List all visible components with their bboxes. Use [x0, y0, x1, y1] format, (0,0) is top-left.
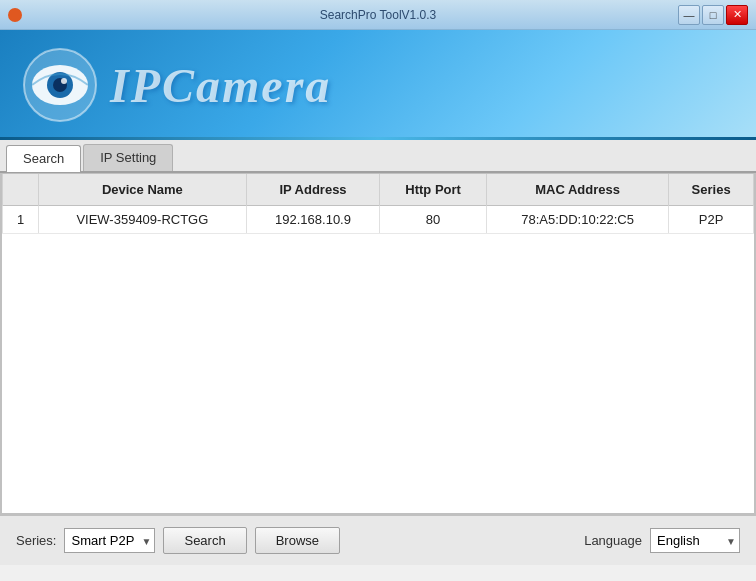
tab-ip-setting[interactable]: IP Setting [83, 144, 173, 171]
title-controls: — □ ✕ [678, 5, 748, 25]
browse-button[interactable]: Browse [255, 527, 340, 554]
language-label: Language [584, 533, 642, 548]
language-select[interactable]: EnglishChinese [650, 528, 740, 553]
main-content: Device Name IP Address Http Port MAC Add… [0, 173, 756, 515]
footer-left: Series: Smart P2PP2POther ▼ Search Brows… [16, 527, 340, 554]
col-device-name: Device Name [39, 174, 247, 206]
cell-http_port: 80 [380, 206, 487, 234]
table-header-row: Device Name IP Address Http Port MAC Add… [3, 174, 754, 206]
table-row[interactable]: 1VIEW-359409-RCTGG192.168.10.98078:A5:DD… [3, 206, 754, 234]
col-index [3, 174, 39, 206]
footer: Series: Smart P2PP2POther ▼ Search Brows… [0, 515, 756, 565]
app-icon [8, 8, 22, 22]
close-button[interactable]: ✕ [726, 5, 748, 25]
tab-search[interactable]: Search [6, 145, 81, 172]
cell-index: 1 [3, 206, 39, 234]
cell-mac_address: 78:A5:DD:10:22:C5 [486, 206, 668, 234]
minimize-button[interactable]: — [678, 5, 700, 25]
series-label: Series: [16, 533, 56, 548]
col-http-port: Http Port [380, 174, 487, 206]
series-select-wrapper: Smart P2PP2POther ▼ [64, 528, 155, 553]
footer-right: Language EnglishChinese ▼ [584, 528, 740, 553]
language-select-wrapper: EnglishChinese ▼ [650, 528, 740, 553]
tabs-container: Search IP Setting [0, 140, 756, 173]
device-table: Device Name IP Address Http Port MAC Add… [2, 174, 754, 234]
cell-device_name: VIEW-359409-RCTGG [39, 206, 247, 234]
col-series: Series [669, 174, 754, 206]
brand-text: IPCamera [110, 58, 331, 113]
svg-point-4 [61, 78, 67, 84]
col-mac-address: MAC Address [486, 174, 668, 206]
cell-series: P2P [669, 206, 754, 234]
window-title: SearchPro ToolV1.0.3 [320, 8, 437, 22]
app-header: IPCamera [0, 30, 756, 140]
maximize-button[interactable]: □ [702, 5, 724, 25]
search-button[interactable]: Search [163, 527, 246, 554]
cell-ip_address: 192.168.10.9 [246, 206, 380, 234]
logo-icon [20, 45, 100, 125]
title-bar: SearchPro ToolV1.0.3 — □ ✕ [0, 0, 756, 30]
table-container[interactable]: Device Name IP Address Http Port MAC Add… [1, 174, 755, 514]
title-bar-left [8, 8, 22, 22]
col-ip-address: IP Address [246, 174, 380, 206]
series-select[interactable]: Smart P2PP2POther [64, 528, 155, 553]
